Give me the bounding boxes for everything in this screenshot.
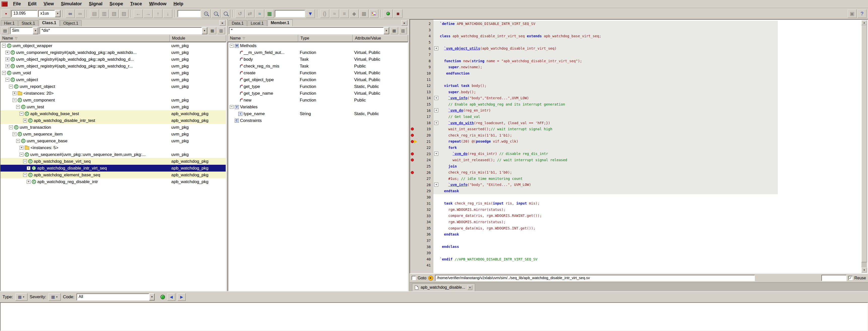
gutter-line[interactable]: 7 bbox=[410, 52, 433, 58]
back-icon[interactable]: ← bbox=[134, 9, 143, 18]
expand-macro-icon[interactable]: + bbox=[434, 121, 438, 125]
time-unit-combo[interactable]: x1us▼ bbox=[38, 10, 60, 17]
gutter-line[interactable]: 36 bbox=[410, 231, 433, 238]
gutter-line[interactable]: 39 bbox=[410, 250, 433, 256]
gutter-line[interactable]: 24 bbox=[410, 157, 433, 163]
dock-window-icon[interactable]: ▣ bbox=[847, 9, 857, 18]
tree-row[interactable]: +<instances: 5> bbox=[0, 144, 226, 151]
tree-row[interactable]: −Cuvm_objectuvm_pkg bbox=[0, 76, 226, 83]
tab-class-1[interactable]: Class.1 bbox=[39, 20, 59, 26]
aux-input[interactable] bbox=[822, 275, 846, 281]
gutter-line[interactable]: 34 bbox=[410, 219, 433, 225]
gutter-line[interactable]: 20 bbox=[410, 132, 433, 139]
expand-icon[interactable]: − bbox=[230, 105, 234, 109]
stop-icon[interactable]: ■ bbox=[394, 9, 403, 18]
tree-row[interactable]: fget_object_typeFunctionVirtual, Public bbox=[228, 76, 408, 83]
gutter-line[interactable]: 14 bbox=[410, 95, 433, 101]
member-filter-combo[interactable]: * ▼ bbox=[229, 27, 389, 34]
tree-row[interactable]: +Capb_watchdog_disable_intr_virt_seqapb_… bbox=[0, 165, 226, 172]
tree-row[interactable]: −Cuvm_testuvm_pkg bbox=[0, 103, 226, 110]
breakpoint-icon[interactable] bbox=[411, 171, 414, 174]
chevron-down-icon[interactable]: ▼ bbox=[149, 294, 155, 301]
column-header-module[interactable]: Module bbox=[170, 35, 226, 42]
app-icon[interactable] bbox=[1, 1, 7, 6]
menu-scope[interactable]: Scope bbox=[106, 1, 127, 7]
current-time-field[interactable]: 13.095 bbox=[11, 10, 37, 17]
gutter-line[interactable]: 15 bbox=[410, 101, 433, 108]
gutter-line[interactable]: 16 bbox=[410, 107, 433, 114]
window-menu-icon[interactable]: ▪ bbox=[1, 9, 10, 18]
tree-row[interactable]: +Capb_watchdog_reg_disable_intrapb_watch… bbox=[0, 178, 226, 185]
goto-path-input[interactable]: /home/verifier/milanotang/v2xlab/uvm/sim… bbox=[435, 275, 755, 281]
menu-help[interactable]: Help bbox=[170, 1, 187, 7]
breakpoint-icon[interactable] bbox=[411, 158, 414, 161]
gutter-line[interactable]: 33 bbox=[410, 213, 433, 219]
expand-icon[interactable]: + bbox=[23, 119, 27, 122]
add-wave-icon[interactable]: ≈ bbox=[255, 9, 264, 18]
gutter-line[interactable]: 38 bbox=[410, 244, 433, 250]
tree-row[interactable]: fcreateFunctionVirtual, Public bbox=[228, 69, 408, 76]
gutter-line[interactable]: 21 bbox=[410, 138, 433, 145]
gutter-line[interactable]: 30 bbox=[410, 194, 433, 201]
breakpoint-icon[interactable] bbox=[411, 152, 414, 155]
tab-stack-1[interactable]: Stack.1 bbox=[19, 20, 38, 26]
scroll-up-icon[interactable]: ▲ bbox=[862, 20, 867, 25]
source-scrollbar[interactable]: ▲ ▼ bbox=[862, 20, 867, 273]
expand-icon[interactable]: − bbox=[16, 139, 20, 143]
zoom-fit-icon[interactable] bbox=[221, 9, 230, 18]
column-header-type[interactable]: Type bbox=[298, 35, 353, 42]
tree-mode-button[interactable]: ▤ bbox=[1, 27, 9, 34]
tree-row[interactable]: +<instances: 20> bbox=[0, 90, 226, 97]
menu-trace[interactable]: Trace bbox=[127, 1, 146, 7]
gutter-line[interactable]: 37 bbox=[410, 238, 433, 244]
tree-row[interactable]: +Cuvm_object_registry#(apb_watchdog_pkg:… bbox=[0, 63, 226, 69]
next-message-icon[interactable]: ▶ bbox=[178, 293, 186, 301]
line-number-gutter[interactable]: 2345678910111213141516171819202122232425… bbox=[410, 20, 433, 273]
gutter-line[interactable]: 11 bbox=[410, 76, 433, 83]
pane-close-icon[interactable]: × bbox=[401, 20, 407, 26]
gutter-line[interactable]: 26 bbox=[410, 169, 433, 176]
tree-row[interactable]: −Cuvm_report_objectuvm_pkg bbox=[0, 83, 226, 90]
gutter-line[interactable]: 29 bbox=[410, 188, 433, 194]
new-file-icon[interactable]: ▤ bbox=[90, 9, 99, 18]
expand-icon[interactable]: − bbox=[9, 125, 13, 129]
column-header-attribute-value[interactable]: Attribute/Value bbox=[353, 35, 408, 42]
tree-row[interactable]: +Cuvm_object_registry#(apb_watchdog_pkg:… bbox=[0, 56, 226, 63]
previous-message-icon[interactable]: ◀ bbox=[167, 293, 175, 301]
tree-row[interactable]: −Capb_watchdog_element_base_seqapb_watch… bbox=[0, 172, 226, 178]
select-columns-button[interactable]: ▦ bbox=[391, 27, 398, 34]
gutter-line[interactable]: 6 bbox=[410, 46, 433, 52]
expand-icon[interactable]: − bbox=[230, 44, 234, 48]
expand-icon[interactable]: − bbox=[23, 173, 27, 177]
tree-row[interactable]: f__m_uvm_field_aut...FunctionVirtual, Pu… bbox=[228, 49, 408, 56]
find-entry[interactable] bbox=[178, 10, 201, 17]
menu-file[interactable]: File bbox=[9, 1, 25, 7]
expand-icon[interactable]: − bbox=[2, 71, 6, 75]
chevron-down-icon[interactable]: ▼ bbox=[33, 27, 38, 34]
up-scope-icon[interactable]: ↑ bbox=[153, 9, 162, 18]
tree-row[interactable]: +Capb_watchdog_disable_intr_testapb_watc… bbox=[0, 117, 226, 124]
gutter-line[interactable]: 27 bbox=[410, 176, 433, 182]
expand-icon[interactable]: + bbox=[20, 146, 24, 150]
expand-icon[interactable]: − bbox=[5, 78, 9, 82]
tree-row[interactable]: −Cuvm_voiduvm_pkg bbox=[0, 69, 226, 76]
tree-row[interactable]: −Cuvm_componentuvm_pkg bbox=[0, 97, 226, 103]
gutter-line[interactable]: 2 bbox=[410, 21, 433, 27]
expand-icon[interactable]: − bbox=[23, 159, 27, 163]
forward-icon[interactable]: → bbox=[144, 9, 153, 18]
zoom-in-icon[interactable]: + bbox=[202, 9, 211, 18]
expand-icon[interactable]: + bbox=[27, 166, 30, 170]
tab-object-1[interactable]: Object.1 bbox=[60, 20, 82, 26]
pane-options-button[interactable]: ▥ bbox=[399, 27, 407, 34]
tree-row[interactable]: −Cuvm_sequence_baseuvm_pkg bbox=[0, 138, 226, 144]
tree-row[interactable]: −Cuvm_sequence#(uvm_pkg::uvm_sequence_it… bbox=[0, 151, 226, 158]
breakpoint-icon[interactable] bbox=[411, 134, 414, 137]
tree-row[interactable]: fnewFunctionPublic bbox=[228, 97, 408, 103]
goto-button[interactable]: ▶ bbox=[428, 276, 433, 281]
scope-combo[interactable]: Sim ▼ bbox=[10, 27, 38, 34]
palette-icon[interactable] bbox=[369, 9, 378, 18]
tree-row[interactable]: −Capb_watchdog_base_virt_seqapb_watchdog… bbox=[0, 158, 226, 165]
type-filter-button[interactable]: ▦▼ bbox=[16, 293, 27, 301]
gutter-line[interactable]: 4 bbox=[410, 33, 433, 39]
tree-row[interactable]: −MMethods bbox=[228, 42, 408, 49]
